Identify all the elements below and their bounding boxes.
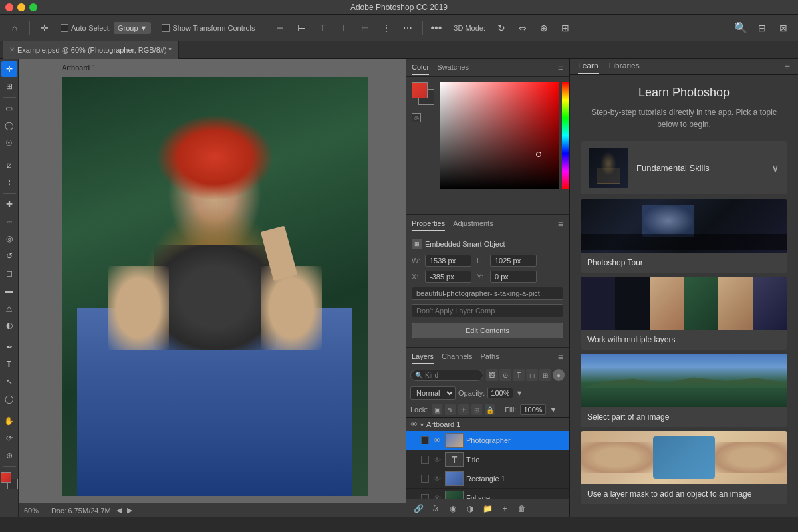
filter-adjust-btn[interactable]: ⊙: [499, 369, 511, 381]
3d-camera-icon[interactable]: ⊞: [556, 19, 575, 37]
layer-mask-btn[interactable]: ◉: [446, 502, 460, 515]
layer-title[interactable]: 👁 T Title: [406, 450, 569, 469]
auto-select-check[interactable]: [61, 24, 68, 32]
artboard-tool-btn[interactable]: ⊞: [1, 78, 17, 94]
filter-on-off[interactable]: ●: [553, 369, 565, 381]
lock-image-btn[interactable]: ✎: [445, 404, 456, 415]
align-top-icon[interactable]: ⊥: [334, 19, 353, 37]
tab-layers[interactable]: Layers: [412, 350, 434, 364]
layers-panel-menu-btn[interactable]: ≡: [558, 352, 563, 362]
layer-foliage[interactable]: 👁 Foliage: [406, 489, 569, 499]
filter-smart-btn[interactable]: ⊞: [539, 369, 551, 381]
arrange-icon[interactable]: ⊠: [774, 19, 793, 37]
layer-rectangle1[interactable]: 👁 Rectangle 1: [406, 469, 569, 489]
layer-link-btn[interactable]: 🔗: [412, 502, 425, 515]
tab-color[interactable]: Color: [412, 61, 429, 75]
canvas-arrow-right[interactable]: ▶: [127, 506, 132, 515]
tab-libraries[interactable]: Libraries: [609, 59, 640, 74]
layer-search-field[interactable]: 🔍 Kind: [410, 370, 483, 381]
rotate-view-btn[interactable]: ⟳: [1, 430, 17, 446]
maximize-window-btn[interactable]: [29, 3, 37, 11]
lock-transparent-btn[interactable]: ▣: [432, 404, 442, 415]
layer-fx-btn[interactable]: fx: [429, 502, 442, 515]
document-tab[interactable]: ✕ Example.psd @ 60% (Photographer, RGB/8…: [3, 41, 179, 59]
lock-position-btn[interactable]: ✛: [458, 404, 469, 415]
layer-visibility-icon[interactable]: 👁: [432, 494, 442, 499]
filter-pixel-btn[interactable]: 🖼: [486, 369, 498, 381]
eraser-btn[interactable]: ◻: [1, 265, 17, 281]
lasso-btn[interactable]: ◯: [1, 118, 17, 134]
distribute-h-icon[interactable]: ⋯: [398, 19, 417, 37]
tab-paths[interactable]: Paths: [481, 350, 499, 364]
type-btn[interactable]: T: [1, 356, 17, 372]
filter-type-btn[interactable]: T: [513, 369, 525, 381]
artboard-group-header[interactable]: 👁 ▾ Artboard 1: [406, 418, 569, 431]
distribute-v-icon[interactable]: ⋮: [377, 19, 396, 37]
pen-btn[interactable]: ✒: [1, 339, 17, 355]
tab-learn[interactable]: Learn: [578, 59, 598, 74]
align-right-icon[interactable]: ⊤: [313, 19, 332, 37]
layer-group-btn[interactable]: 📁: [481, 502, 494, 515]
tutorial-card-photoshop-tour[interactable]: Photoshop Tour: [581, 200, 787, 273]
lock-all-btn[interactable]: 🔒: [485, 404, 495, 415]
workspace-icon[interactable]: ⊟: [753, 19, 771, 37]
layer-comp-dropdown[interactable]: [412, 304, 563, 317]
show-transform-item[interactable]: Show Transform Controls: [158, 21, 259, 35]
close-window-btn[interactable]: [5, 3, 13, 11]
properties-panel-menu-btn[interactable]: ≡: [558, 219, 563, 229]
canvas-arrow-left[interactable]: ◀: [116, 506, 122, 515]
fg-bg-swatches[interactable]: [412, 82, 434, 105]
layer-select-checkbox[interactable]: [421, 456, 429, 464]
brush-btn[interactable]: ⎓: [1, 213, 17, 229]
fundamental-skills-header[interactable]: Fundamental Skills ∨: [581, 141, 787, 194]
artboard-visibility-icon[interactable]: 👁: [410, 420, 418, 428]
layer-visibility-icon[interactable]: 👁: [432, 456, 442, 464]
edit-contents-button[interactable]: Edit Contents: [412, 323, 563, 338]
filter-shape-btn[interactable]: ◻: [526, 369, 538, 381]
layer-select-checkbox[interactable]: [421, 436, 429, 444]
healing-btn[interactable]: ✚: [1, 196, 17, 212]
layer-select-checkbox[interactable]: [421, 494, 429, 499]
align-center-icon[interactable]: ⊢: [292, 19, 311, 37]
canvas-area[interactable]: Artboard 1: [19, 59, 406, 517]
3d-rotate-icon[interactable]: ↻: [492, 19, 511, 37]
fundamental-skills-chevron[interactable]: ∨: [771, 162, 779, 174]
tutorial-card-layer-mask[interactable]: Use a layer mask to add an object to an …: [581, 431, 787, 504]
hand-btn[interactable]: ✋: [1, 413, 17, 429]
distribute-icon[interactable]: ⊨: [356, 19, 374, 37]
show-transform-check[interactable]: [162, 24, 170, 32]
minimize-window-btn[interactable]: [17, 3, 25, 11]
history-brush-btn[interactable]: ↺: [1, 248, 17, 264]
tab-adjustments[interactable]: Adjustments: [453, 217, 493, 231]
layer-name-input[interactable]: [412, 287, 563, 300]
tab-channels[interactable]: Channels: [442, 350, 472, 364]
3d-pan-icon[interactable]: ⇔: [513, 19, 532, 37]
clone-stamp-btn[interactable]: ◎: [1, 231, 17, 247]
layer-visibility-icon[interactable]: 👁: [432, 436, 442, 444]
dodge-btn[interactable]: ◐: [1, 317, 17, 333]
tab-properties[interactable]: Properties: [412, 217, 445, 231]
fg-color-swatch[interactable]: [412, 82, 428, 98]
opacity-arrow[interactable]: ▼: [516, 389, 523, 397]
rectangular-marquee-btn[interactable]: ▭: [1, 100, 17, 116]
layer-visibility-icon[interactable]: 👁: [432, 475, 442, 483]
path-select-btn[interactable]: ↖: [1, 374, 17, 390]
tutorial-card-select[interactable]: Select part of an image: [581, 354, 787, 427]
crop-btn[interactable]: ⧄: [1, 157, 17, 173]
color-picker-gradient[interactable]: [440, 82, 559, 189]
group-dropdown[interactable]: Group ▼: [114, 22, 151, 34]
layer-photographer[interactable]: 👁 Photographer: [406, 431, 569, 450]
blend-mode-select[interactable]: Normal Multiply Screen: [410, 386, 456, 400]
shape-btn[interactable]: ◯: [1, 391, 17, 407]
foreground-color-swatch[interactable]: [1, 472, 11, 483]
color-panel-menu-btn[interactable]: ≡: [558, 63, 563, 73]
home-icon[interactable]: ⌂: [5, 19, 24, 37]
zoom-btn[interactable]: ⊕: [1, 448, 17, 464]
tab-swatches[interactable]: Swatches: [437, 61, 469, 75]
3d-orbit-icon[interactable]: ⊕: [535, 19, 553, 37]
align-left-icon[interactable]: ⊣: [271, 19, 289, 37]
layer-delete-btn[interactable]: 🗑: [515, 502, 529, 515]
move-icon[interactable]: ✛: [35, 19, 54, 37]
fill-arrow[interactable]: ▼: [550, 406, 557, 414]
artboard-expand-icon[interactable]: ▾: [420, 421, 424, 428]
